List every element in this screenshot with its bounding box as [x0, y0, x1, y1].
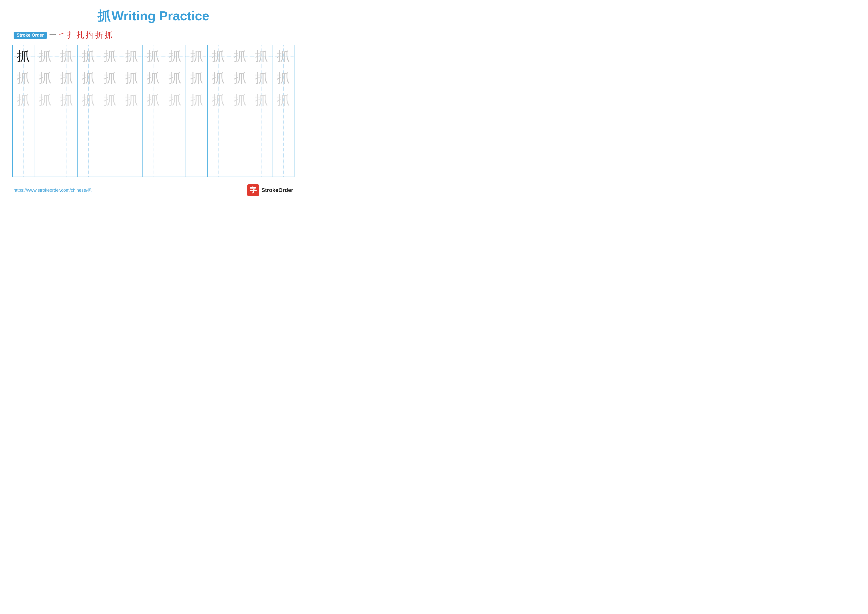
- grid-cell-r6-c6[interactable]: [121, 155, 143, 177]
- grid-cell-r4-c8[interactable]: [164, 111, 186, 133]
- grid-cell-r5-c2[interactable]: [34, 133, 56, 155]
- grid-cell-r1-c10[interactable]: 抓: [208, 45, 229, 67]
- grid-cell-r2-c5[interactable]: 抓: [99, 67, 121, 89]
- grid-cell-r1-c2[interactable]: 抓: [34, 45, 56, 67]
- grid-cell-r6-c10[interactable]: [208, 155, 229, 177]
- char-dark: 抓: [17, 50, 30, 63]
- grid-cell-r1-c13[interactable]: 抓: [273, 45, 294, 67]
- grid-row-2: 抓 抓 抓 抓 抓 抓 抓 抓 抓 抓 抓 抓 抓: [12, 67, 294, 89]
- grid-cell-r5-c5[interactable]: [99, 133, 121, 155]
- grid-cell-r4-c5[interactable]: [99, 111, 121, 133]
- grid-row-1: 抓 抓 抓 抓 抓 抓 抓 抓 抓 抓 抓 抓 抓: [12, 45, 294, 67]
- grid-cell-r1-c3[interactable]: 抓: [56, 45, 78, 67]
- title-english: Writing Practice: [112, 9, 209, 23]
- grid-cell-r2-c10[interactable]: 抓: [208, 67, 229, 89]
- grid-cell-r2-c3[interactable]: 抓: [56, 67, 78, 89]
- footer: https://www.strokeorder.com/chinese/抓 字 …: [12, 184, 294, 196]
- grid-cell-r2-c6[interactable]: 抓: [121, 67, 143, 89]
- grid-cell-r4-c1[interactable]: [12, 111, 34, 133]
- grid-cell-r2-c4[interactable]: 抓: [78, 67, 99, 89]
- grid-cell-r2-c12[interactable]: 抓: [251, 67, 273, 89]
- grid-cell-r4-c9[interactable]: [186, 111, 208, 133]
- grid-cell-r4-c7[interactable]: [143, 111, 164, 133]
- grid-cell-r6-c2[interactable]: [34, 155, 56, 177]
- grid-cell-r3-c13[interactable]: 抓: [273, 89, 294, 111]
- grid-cell-r2-c9[interactable]: 抓: [186, 67, 208, 89]
- grid-cell-r2-c7[interactable]: 抓: [143, 67, 164, 89]
- grid-cell-r4-c10[interactable]: [208, 111, 229, 133]
- grid-cell-r6-c4[interactable]: [78, 155, 99, 177]
- grid-cell-r5-c6[interactable]: [121, 133, 143, 155]
- grid-cell-r1-c5[interactable]: 抓: [99, 45, 121, 67]
- stroke-4: 扚: [86, 30, 94, 40]
- grid-cell-r6-c11[interactable]: [229, 155, 251, 177]
- title-area: 抓 Writing Practice: [12, 8, 294, 25]
- brand-name: StrokeOrder: [262, 187, 293, 193]
- title-chinese: 抓: [98, 9, 110, 23]
- grid-cell-r3-c9[interactable]: 抓: [186, 89, 208, 111]
- grid-cell-r6-c9[interactable]: [186, 155, 208, 177]
- grid-cell-r2-c8[interactable]: 抓: [164, 67, 186, 89]
- grid-cell-r5-c13[interactable]: [273, 133, 294, 155]
- grid-cell-r4-c3[interactable]: [56, 111, 78, 133]
- stroke-5: 折: [95, 30, 103, 40]
- grid-cell-r6-c3[interactable]: [56, 155, 78, 177]
- grid-cell-r5-c12[interactable]: [251, 133, 273, 155]
- grid-cell-r5-c9[interactable]: [186, 133, 208, 155]
- grid-cell-r4-c2[interactable]: [34, 111, 56, 133]
- grid-cell-r5-c10[interactable]: [208, 133, 229, 155]
- footer-url[interactable]: https://www.strokeorder.com/chinese/抓: [14, 187, 92, 193]
- grid-cell-r6-c12[interactable]: [251, 155, 273, 177]
- stroke-order-chars: 一 ㇀ 扌 扎 扚 折 抓: [49, 30, 113, 40]
- grid-cell-r3-c1[interactable]: 抓: [12, 89, 34, 111]
- grid-cell-r4-c6[interactable]: [121, 111, 143, 133]
- brand: 字 StrokeOrder: [247, 184, 293, 196]
- grid-cell-r2-c11[interactable]: 抓: [229, 67, 251, 89]
- grid-cell-r3-c2[interactable]: 抓: [34, 89, 56, 111]
- grid-cell-r1-c1[interactable]: 抓: [12, 45, 34, 67]
- grid-cell-r5-c3[interactable]: [56, 133, 78, 155]
- grid-cell-r5-c1[interactable]: [12, 133, 34, 155]
- grid-cell-r6-c7[interactable]: [143, 155, 164, 177]
- grid-cell-r6-c1[interactable]: [12, 155, 34, 177]
- stroke-6: 抓: [105, 30, 113, 40]
- grid-cell-r3-c6[interactable]: 抓: [121, 89, 143, 111]
- grid-cell-r4-c4[interactable]: [78, 111, 99, 133]
- stroke-order-badge: Stroke Order: [14, 32, 47, 39]
- grid-cell-r3-c10[interactable]: 抓: [208, 89, 229, 111]
- grid-cell-r1-c9[interactable]: 抓: [186, 45, 208, 67]
- grid-cell-r1-c11[interactable]: 抓: [229, 45, 251, 67]
- grid-cell-r3-c4[interactable]: 抓: [78, 89, 99, 111]
- grid-cell-r5-c8[interactable]: [164, 133, 186, 155]
- stroke-3: 扎: [76, 30, 84, 40]
- stroke-2: 扌: [67, 30, 75, 40]
- practice-grid[interactable]: 抓 抓 抓 抓 抓 抓 抓 抓 抓 抓 抓 抓 抓 抓 抓 抓 抓 抓 抓 抓 …: [12, 45, 294, 177]
- grid-cell-r1-c7[interactable]: 抓: [143, 45, 164, 67]
- grid-cell-r1-c12[interactable]: 抓: [251, 45, 273, 67]
- grid-row-3: 抓 抓 抓 抓 抓 抓 抓 抓 抓 抓 抓 抓 抓: [12, 89, 294, 111]
- grid-cell-r1-c4[interactable]: 抓: [78, 45, 99, 67]
- stroke-order-row: Stroke Order 一 ㇀ 扌 扎 扚 折 抓: [12, 30, 294, 40]
- grid-cell-r2-c2[interactable]: 抓: [34, 67, 56, 89]
- grid-cell-r5-c11[interactable]: [229, 133, 251, 155]
- grid-cell-r3-c7[interactable]: 抓: [143, 89, 164, 111]
- grid-cell-r5-c7[interactable]: [143, 133, 164, 155]
- grid-cell-r3-c12[interactable]: 抓: [251, 89, 273, 111]
- grid-row-4: [12, 111, 294, 133]
- grid-cell-r3-c8[interactable]: 抓: [164, 89, 186, 111]
- grid-cell-r2-c13[interactable]: 抓: [273, 67, 294, 89]
- grid-cell-r1-c6[interactable]: 抓: [121, 45, 143, 67]
- grid-cell-r5-c4[interactable]: [78, 133, 99, 155]
- grid-cell-r6-c5[interactable]: [99, 155, 121, 177]
- grid-cell-r3-c11[interactable]: 抓: [229, 89, 251, 111]
- grid-cell-r4-c12[interactable]: [251, 111, 273, 133]
- grid-cell-r6-c13[interactable]: [273, 155, 294, 177]
- grid-cell-r2-c1[interactable]: 抓: [12, 67, 34, 89]
- grid-cell-r3-c3[interactable]: 抓: [56, 89, 78, 111]
- grid-cell-r4-c11[interactable]: [229, 111, 251, 133]
- grid-cell-r1-c8[interactable]: 抓: [164, 45, 186, 67]
- grid-cell-r3-c5[interactable]: 抓: [99, 89, 121, 111]
- grid-cell-r6-c8[interactable]: [164, 155, 186, 177]
- grid-row-5: [12, 133, 294, 155]
- grid-cell-r4-c13[interactable]: [273, 111, 294, 133]
